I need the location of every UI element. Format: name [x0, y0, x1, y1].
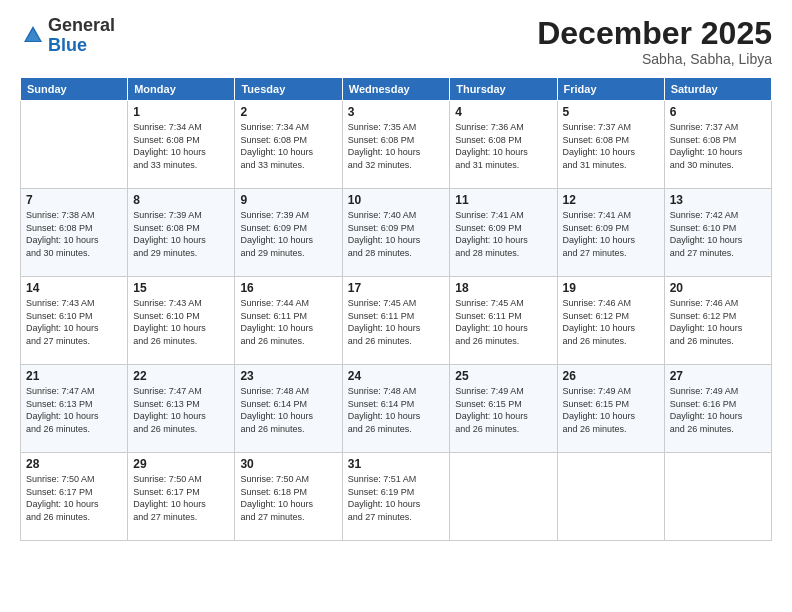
day-number: 19 — [563, 281, 659, 295]
calendar-week-row: 1Sunrise: 7:34 AM Sunset: 6:08 PM Daylig… — [21, 101, 772, 189]
day-number: 2 — [240, 105, 336, 119]
table-row: 24Sunrise: 7:48 AM Sunset: 6:14 PM Dayli… — [342, 365, 450, 453]
day-info: Sunrise: 7:47 AM Sunset: 6:13 PM Dayligh… — [133, 385, 229, 435]
table-row — [557, 453, 664, 541]
day-number: 27 — [670, 369, 766, 383]
calendar-table: Sunday Monday Tuesday Wednesday Thursday… — [20, 77, 772, 541]
table-row: 20Sunrise: 7:46 AM Sunset: 6:12 PM Dayli… — [664, 277, 771, 365]
day-info: Sunrise: 7:49 AM Sunset: 6:15 PM Dayligh… — [563, 385, 659, 435]
day-number: 3 — [348, 105, 445, 119]
calendar-week-row: 21Sunrise: 7:47 AM Sunset: 6:13 PM Dayli… — [21, 365, 772, 453]
day-info: Sunrise: 7:48 AM Sunset: 6:14 PM Dayligh… — [240, 385, 336, 435]
col-thursday: Thursday — [450, 78, 557, 101]
col-wednesday: Wednesday — [342, 78, 450, 101]
day-info: Sunrise: 7:46 AM Sunset: 6:12 PM Dayligh… — [563, 297, 659, 347]
logo: General Blue — [20, 16, 115, 56]
col-monday: Monday — [128, 78, 235, 101]
table-row: 9Sunrise: 7:39 AM Sunset: 6:09 PM Daylig… — [235, 189, 342, 277]
day-info: Sunrise: 7:49 AM Sunset: 6:15 PM Dayligh… — [455, 385, 551, 435]
table-row: 21Sunrise: 7:47 AM Sunset: 6:13 PM Dayli… — [21, 365, 128, 453]
day-number: 26 — [563, 369, 659, 383]
day-info: Sunrise: 7:41 AM Sunset: 6:09 PM Dayligh… — [563, 209, 659, 259]
table-row: 30Sunrise: 7:50 AM Sunset: 6:18 PM Dayli… — [235, 453, 342, 541]
day-info: Sunrise: 7:50 AM Sunset: 6:17 PM Dayligh… — [26, 473, 122, 523]
table-row: 7Sunrise: 7:38 AM Sunset: 6:08 PM Daylig… — [21, 189, 128, 277]
table-row: 28Sunrise: 7:50 AM Sunset: 6:17 PM Dayli… — [21, 453, 128, 541]
day-number: 13 — [670, 193, 766, 207]
logo-blue-text: Blue — [48, 35, 87, 55]
day-number: 4 — [455, 105, 551, 119]
col-friday: Friday — [557, 78, 664, 101]
table-row: 15Sunrise: 7:43 AM Sunset: 6:10 PM Dayli… — [128, 277, 235, 365]
day-number: 18 — [455, 281, 551, 295]
table-row: 2Sunrise: 7:34 AM Sunset: 6:08 PM Daylig… — [235, 101, 342, 189]
page: General Blue December 2025 Sabha, Sabha,… — [0, 0, 792, 612]
calendar-week-row: 7Sunrise: 7:38 AM Sunset: 6:08 PM Daylig… — [21, 189, 772, 277]
location: Sabha, Sabha, Libya — [537, 51, 772, 67]
day-info: Sunrise: 7:40 AM Sunset: 6:09 PM Dayligh… — [348, 209, 445, 259]
logo-general-text: General — [48, 15, 115, 35]
day-number: 10 — [348, 193, 445, 207]
col-sunday: Sunday — [21, 78, 128, 101]
day-number: 6 — [670, 105, 766, 119]
table-row: 5Sunrise: 7:37 AM Sunset: 6:08 PM Daylig… — [557, 101, 664, 189]
day-info: Sunrise: 7:48 AM Sunset: 6:14 PM Dayligh… — [348, 385, 445, 435]
day-info: Sunrise: 7:49 AM Sunset: 6:16 PM Dayligh… — [670, 385, 766, 435]
table-row — [21, 101, 128, 189]
table-row: 1Sunrise: 7:34 AM Sunset: 6:08 PM Daylig… — [128, 101, 235, 189]
day-number: 30 — [240, 457, 336, 471]
table-row: 18Sunrise: 7:45 AM Sunset: 6:11 PM Dayli… — [450, 277, 557, 365]
day-number: 15 — [133, 281, 229, 295]
col-tuesday: Tuesday — [235, 78, 342, 101]
day-info: Sunrise: 7:38 AM Sunset: 6:08 PM Dayligh… — [26, 209, 122, 259]
day-info: Sunrise: 7:35 AM Sunset: 6:08 PM Dayligh… — [348, 121, 445, 171]
day-number: 23 — [240, 369, 336, 383]
day-info: Sunrise: 7:42 AM Sunset: 6:10 PM Dayligh… — [670, 209, 766, 259]
day-info: Sunrise: 7:41 AM Sunset: 6:09 PM Dayligh… — [455, 209, 551, 259]
day-number: 17 — [348, 281, 445, 295]
day-info: Sunrise: 7:39 AM Sunset: 6:09 PM Dayligh… — [240, 209, 336, 259]
day-number: 28 — [26, 457, 122, 471]
calendar-week-row: 28Sunrise: 7:50 AM Sunset: 6:17 PM Dayli… — [21, 453, 772, 541]
day-info: Sunrise: 7:50 AM Sunset: 6:17 PM Dayligh… — [133, 473, 229, 523]
day-info: Sunrise: 7:43 AM Sunset: 6:10 PM Dayligh… — [133, 297, 229, 347]
day-number: 7 — [26, 193, 122, 207]
table-row: 14Sunrise: 7:43 AM Sunset: 6:10 PM Dayli… — [21, 277, 128, 365]
day-info: Sunrise: 7:36 AM Sunset: 6:08 PM Dayligh… — [455, 121, 551, 171]
table-row: 3Sunrise: 7:35 AM Sunset: 6:08 PM Daylig… — [342, 101, 450, 189]
month-title: December 2025 — [537, 16, 772, 51]
day-number: 20 — [670, 281, 766, 295]
table-row: 17Sunrise: 7:45 AM Sunset: 6:11 PM Dayli… — [342, 277, 450, 365]
calendar-header-row: Sunday Monday Tuesday Wednesday Thursday… — [21, 78, 772, 101]
day-number: 11 — [455, 193, 551, 207]
day-info: Sunrise: 7:34 AM Sunset: 6:08 PM Dayligh… — [240, 121, 336, 171]
table-row: 4Sunrise: 7:36 AM Sunset: 6:08 PM Daylig… — [450, 101, 557, 189]
day-info: Sunrise: 7:50 AM Sunset: 6:18 PM Dayligh… — [240, 473, 336, 523]
col-saturday: Saturday — [664, 78, 771, 101]
day-number: 22 — [133, 369, 229, 383]
table-row: 19Sunrise: 7:46 AM Sunset: 6:12 PM Dayli… — [557, 277, 664, 365]
table-row: 16Sunrise: 7:44 AM Sunset: 6:11 PM Dayli… — [235, 277, 342, 365]
calendar-week-row: 14Sunrise: 7:43 AM Sunset: 6:10 PM Dayli… — [21, 277, 772, 365]
table-row: 10Sunrise: 7:40 AM Sunset: 6:09 PM Dayli… — [342, 189, 450, 277]
day-number: 8 — [133, 193, 229, 207]
day-number: 21 — [26, 369, 122, 383]
day-info: Sunrise: 7:44 AM Sunset: 6:11 PM Dayligh… — [240, 297, 336, 347]
table-row: 31Sunrise: 7:51 AM Sunset: 6:19 PM Dayli… — [342, 453, 450, 541]
day-number: 9 — [240, 193, 336, 207]
table-row — [664, 453, 771, 541]
day-info: Sunrise: 7:47 AM Sunset: 6:13 PM Dayligh… — [26, 385, 122, 435]
table-row: 8Sunrise: 7:39 AM Sunset: 6:08 PM Daylig… — [128, 189, 235, 277]
day-number: 29 — [133, 457, 229, 471]
day-info: Sunrise: 7:51 AM Sunset: 6:19 PM Dayligh… — [348, 473, 445, 523]
day-number: 14 — [26, 281, 122, 295]
day-info: Sunrise: 7:45 AM Sunset: 6:11 PM Dayligh… — [348, 297, 445, 347]
table-row: 6Sunrise: 7:37 AM Sunset: 6:08 PM Daylig… — [664, 101, 771, 189]
table-row: 11Sunrise: 7:41 AM Sunset: 6:09 PM Dayli… — [450, 189, 557, 277]
day-number: 1 — [133, 105, 229, 119]
day-info: Sunrise: 7:43 AM Sunset: 6:10 PM Dayligh… — [26, 297, 122, 347]
table-row: 25Sunrise: 7:49 AM Sunset: 6:15 PM Dayli… — [450, 365, 557, 453]
day-number: 12 — [563, 193, 659, 207]
table-row: 27Sunrise: 7:49 AM Sunset: 6:16 PM Dayli… — [664, 365, 771, 453]
table-row: 26Sunrise: 7:49 AM Sunset: 6:15 PM Dayli… — [557, 365, 664, 453]
